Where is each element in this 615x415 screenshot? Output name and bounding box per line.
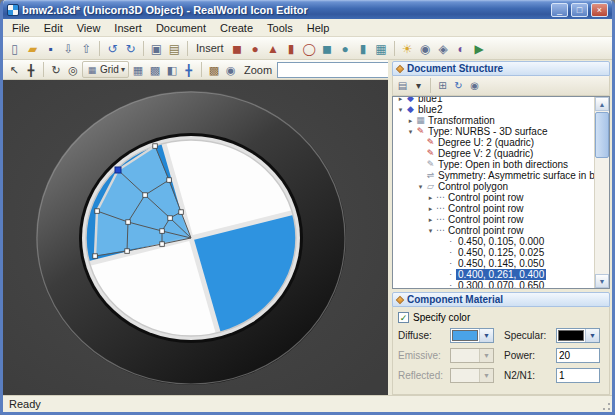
insert-group-icon[interactable]: ◈ — [435, 40, 452, 57]
minimize-button[interactable]: _ — [551, 3, 568, 17]
settings-icon[interactable]: ◉ — [223, 62, 239, 78]
show-axes-icon[interactable]: ╋ — [181, 62, 197, 78]
menu-edit[interactable]: Edit — [37, 20, 70, 36]
insert-torus-icon[interactable]: ◯ — [301, 40, 318, 57]
zoom-input[interactable] — [278, 63, 390, 77]
tree-expander-icon[interactable]: ▾ — [396, 106, 405, 114]
title-bar[interactable]: bmw2.u3d* (Unicorn3D Object) - RealWorld… — [3, 0, 612, 19]
undo-icon[interactable]: ↺ — [104, 40, 121, 57]
tree-expander-icon[interactable]: ▾ — [406, 128, 415, 136]
tree-row[interactable]: ∙0.300, 0.070, 0.650 — [393, 280, 594, 288]
insert-cone-icon[interactable]: ▲ — [265, 40, 282, 57]
close-button[interactable]: × — [591, 3, 608, 17]
tree-expander-icon[interactable]: ▸ — [396, 96, 405, 103]
menu-tools[interactable]: Tools — [260, 20, 300, 36]
insert-light-icon[interactable]: ☀ — [399, 40, 416, 57]
tree-expander-icon[interactable]: ▸ — [426, 205, 435, 213]
tree-row[interactable]: ∙0.450, 0.145, 0.050 — [393, 258, 594, 269]
resize-grip[interactable] — [599, 399, 611, 411]
tree-row[interactable]: ▾▱Control polygon — [393, 181, 594, 192]
copy-icon[interactable]: ▣ — [148, 40, 165, 57]
tree-row[interactable]: ▾◆blue2 — [393, 104, 594, 115]
tree-row[interactable]: ∙0.400, 0.261, 0.400 — [393, 269, 594, 280]
tree-row[interactable]: ∙0.450, 0.125, 0.025 — [393, 247, 594, 258]
insert-ellipsoid-icon[interactable]: ● — [337, 40, 354, 57]
grid-dropdown[interactable]: ▦ Grid ▾ — [82, 61, 129, 78]
selected-control-point[interactable] — [115, 167, 121, 173]
pin-icon[interactable]: ◉ — [467, 78, 482, 93]
insert-camera-icon[interactable]: ◉ — [417, 40, 434, 57]
n2n1-input[interactable] — [556, 368, 600, 383]
menu-document[interactable]: Document — [149, 20, 213, 36]
rotate-view-icon[interactable]: ↻ — [48, 62, 64, 78]
render-icon[interactable]: ▩ — [206, 62, 222, 78]
component-material-header[interactable]: Component Material — [392, 292, 610, 307]
maximize-button[interactable]: □ — [571, 3, 588, 17]
wireframe-view-icon[interactable]: ▩ — [147, 62, 163, 78]
export-icon[interactable]: ⇧ — [78, 40, 95, 57]
tree-row[interactable]: ✎Degree U: 2 (quadric) — [393, 137, 594, 148]
insert-material-icon[interactable]: ◐ — [453, 40, 470, 57]
scroll-down-icon[interactable]: ▼ — [595, 274, 609, 288]
menu-insert[interactable]: Insert — [107, 20, 149, 36]
3d-viewport[interactable] — [3, 80, 388, 395]
status-text: Ready — [9, 398, 41, 410]
tree-expander-icon[interactable]: ▸ — [406, 117, 415, 125]
specify-color-checkbox[interactable]: ✓ — [398, 312, 409, 323]
paste-icon[interactable]: ▤ — [166, 40, 183, 57]
tree-expander-icon[interactable]: ▸ — [426, 216, 435, 224]
menu-help[interactable]: Help — [300, 20, 337, 36]
menu-view[interactable]: View — [70, 20, 108, 36]
pan-tool-icon[interactable]: ╋ — [23, 62, 39, 78]
dropdown-arrow-icon[interactable]: ▾ — [411, 78, 426, 93]
new-file-icon[interactable]: ▯ — [6, 40, 23, 57]
tree-label: Control point row — [446, 225, 526, 236]
tree-expander-icon[interactable]: ▾ — [416, 183, 425, 191]
insert-tube-icon[interactable]: ▮ — [355, 40, 372, 57]
zoom-combobox[interactable]: ▼ — [277, 62, 405, 78]
insert-mesh-icon[interactable]: ▦ — [373, 40, 390, 57]
insert-box-icon[interactable]: ◼ — [229, 40, 246, 57]
tree-row[interactable]: ✎Degree V: 2 (quadric) — [393, 148, 594, 159]
tree-scrollbar[interactable]: ▲ ▼ — [594, 97, 609, 288]
insert-cylinder-icon[interactable]: ▮ — [283, 40, 300, 57]
tree-expander-icon[interactable]: ▸ — [426, 194, 435, 202]
document-structure-header[interactable]: Document Structure — [392, 61, 610, 76]
diffuse-color-picker[interactable]: ▼ — [450, 328, 494, 343]
tree-row[interactable]: ✎Type: Open in both directions — [393, 159, 594, 170]
tree-row[interactable]: ▸▦Transformation — [393, 115, 594, 126]
tree-row[interactable]: ▸⋯Control point row — [393, 192, 594, 203]
3d-scene[interactable] — [3, 80, 388, 395]
insert-animation-icon[interactable]: ▶ — [471, 40, 488, 57]
shaded-view-icon[interactable]: ◧ — [164, 62, 180, 78]
scroll-up-icon[interactable]: ▲ — [595, 97, 609, 111]
scrollbar-thumb[interactable] — [595, 112, 609, 158]
chevron-down-icon[interactable]: ▼ — [585, 329, 599, 342]
snap-grid-icon[interactable]: ▦ — [130, 62, 146, 78]
redo-icon[interactable]: ↻ — [122, 40, 139, 57]
menu-create[interactable]: Create — [213, 20, 260, 36]
select-tool-icon[interactable]: ↖ — [6, 62, 22, 78]
zoom-tool-icon[interactable]: ◎ — [65, 62, 81, 78]
menu-file[interactable]: File — [5, 20, 37, 36]
refresh-icon[interactable]: ↻ — [451, 78, 466, 93]
tree-style-icon[interactable]: ▤ — [395, 78, 410, 93]
tree-row[interactable]: ▸⋯Control point row — [393, 203, 594, 214]
open-file-icon[interactable]: ▰ — [24, 40, 41, 57]
specular-color-picker[interactable]: ▼ — [556, 328, 600, 343]
chevron-down-icon[interactable]: ▼ — [479, 329, 493, 342]
tree-row[interactable]: ▾✎Type: NURBS - 3D surface — [393, 126, 594, 137]
tree-expander-icon[interactable]: ▾ — [426, 227, 435, 235]
insert-cube-icon[interactable]: ◼ — [319, 40, 336, 57]
save-file-icon[interactable]: ▪ — [42, 40, 59, 57]
tree-row[interactable]: ▸◆blue1 — [393, 96, 594, 104]
tree-row[interactable]: ▸⋯Control point row — [393, 214, 594, 225]
tree-row[interactable]: ⇌Symmetry: Asymmetric surface in both di… — [393, 170, 594, 181]
expand-all-icon[interactable]: ⊞ — [435, 78, 450, 93]
tree-row[interactable]: ▾⋯Control point row — [393, 225, 594, 236]
power-input[interactable] — [556, 348, 600, 363]
insert-sphere-icon[interactable]: ● — [247, 40, 264, 57]
document-structure-tree[interactable]: ▸◆blue1▾◆blue2▸▦Transformation▾✎Type: NU… — [392, 96, 610, 289]
import-icon[interactable]: ⇩ — [60, 40, 77, 57]
tree-row[interactable]: ∙0.450, 0.105, 0.000 — [393, 236, 594, 247]
